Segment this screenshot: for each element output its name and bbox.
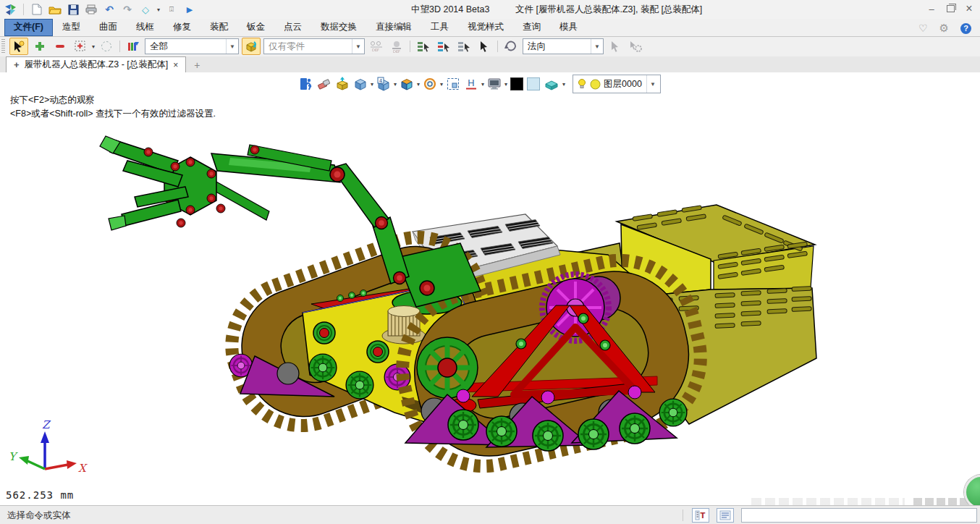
- status-input[interactable]: [741, 508, 977, 523]
- divider: [410, 41, 410, 52]
- status-message: 选择命令或实体: [0, 510, 71, 522]
- coordinate-triad: Z X Y: [9, 418, 88, 475]
- close-button[interactable]: ×: [960, 2, 979, 15]
- quick-access-toolbar: ↶ ↷ ◇ ▾ ⍗ ▶: [0, 3, 196, 16]
- pick-from-list-icon[interactable]: [435, 38, 452, 54]
- pick-last-icon: DEF: [368, 38, 385, 54]
- reorient-icon[interactable]: [502, 38, 520, 54]
- tab-visual-style[interactable]: 视觉样式: [458, 19, 513, 36]
- pick-def-icon: DEF: [388, 38, 405, 54]
- tab-assembly[interactable]: 装配: [200, 19, 237, 36]
- print-icon[interactable]: [85, 3, 98, 16]
- restore-button[interactable]: [941, 2, 960, 15]
- redo-icon[interactable]: ↷: [121, 3, 134, 16]
- zw3d-window: ↶ ↷ ◇ ▾ ⍗ ▶ 中望3D 2014 Beta3 文件 [履带机器人总装配…: [0, 0, 980, 524]
- marquee-pick-icon[interactable]: [72, 38, 89, 54]
- orientation-value: 法向: [528, 41, 546, 53]
- view-target-caret-icon[interactable]: ▾: [157, 7, 160, 13]
- axle-cap: [367, 341, 389, 363]
- toolbar-grip[interactable]: [1, 39, 5, 54]
- app-title: 中望3D 2014 Beta3: [411, 4, 489, 16]
- coordinate-readout: 562.253 mm: [6, 489, 74, 501]
- new-tab-plus-icon[interactable]: +: [194, 59, 200, 71]
- svg-text:DEF: DEF: [393, 49, 400, 54]
- tab-mold[interactable]: 模具: [550, 19, 587, 36]
- tab-inquire[interactable]: 查询: [513, 19, 550, 36]
- svg-text:DEF: DEF: [372, 48, 379, 52]
- title-bar: ↶ ↷ ◇ ▾ ⍗ ▶ 中望3D 2014 Beta3 文件 [履带机器人总装配…: [0, 0, 980, 19]
- output-doc-icon[interactable]: [717, 508, 734, 523]
- triad-x-label: X: [78, 462, 88, 475]
- cursor-plain-icon: [607, 38, 624, 54]
- divider: [683, 510, 683, 521]
- view-target-icon[interactable]: ◇: [139, 3, 152, 16]
- filter-toolbar: ▾ 全部 ▼ 仅有零件 ▼ DEF DEF: [0, 36, 980, 56]
- cursor-gear-icon: [627, 38, 644, 54]
- status-bar: 选择命令或实体 T: [0, 505, 980, 524]
- orientation-caret-icon[interactable]: ▼: [591, 39, 603, 54]
- divider: [23, 4, 24, 15]
- lasso-pick-icon[interactable]: [98, 38, 115, 54]
- divider: [497, 41, 498, 52]
- axle-cap: [313, 322, 335, 344]
- divider: [119, 41, 120, 52]
- new-file-icon[interactable]: [30, 3, 43, 16]
- orientation-combobox[interactable]: 法向 ▼: [523, 38, 604, 54]
- undo-icon[interactable]: ↶: [103, 3, 116, 16]
- tab-tools[interactable]: 工具: [421, 19, 458, 36]
- triad-z-label: Z: [42, 418, 51, 431]
- start-play-icon[interactable]: ▶: [183, 3, 196, 16]
- ribbon-tab-bar: 文件(F) 造型 曲面 线框 修复 装配 钣金 点云 数据交换 直接编辑 工具 …: [0, 19, 980, 37]
- pick-chain-icon[interactable]: [455, 38, 473, 54]
- save-icon[interactable]: [67, 3, 80, 16]
- tab-data-exchange[interactable]: 数据交换: [311, 19, 366, 36]
- document-tab-label: 履带机器人总装配体.Z3 - [总装配体]: [25, 59, 169, 71]
- filter-list-icon[interactable]: T: [692, 508, 709, 523]
- document-info-title: 文件 [履带机器人总装配体.Z3], 装配 [总装配体]: [515, 4, 702, 16]
- gripper: [100, 136, 269, 230]
- minimize-button[interactable]: –: [922, 2, 941, 15]
- marquee-pick-caret-icon[interactable]: ▾: [92, 43, 95, 50]
- tab-surface[interactable]: 曲面: [90, 19, 127, 36]
- tab-wireframe[interactable]: 线框: [127, 19, 164, 36]
- settings-gear-icon[interactable]: ⚙: [939, 22, 949, 35]
- cursor-icon[interactable]: [476, 38, 493, 54]
- tab-repair[interactable]: 修复: [164, 19, 200, 36]
- svg-text:T: T: [701, 512, 706, 520]
- color-filter-icon[interactable]: [124, 38, 142, 54]
- pick-scope-caret-icon[interactable]: ▼: [352, 39, 364, 54]
- new-document-tab[interactable]: +: [186, 58, 208, 72]
- tab-close-icon[interactable]: ×: [173, 60, 178, 70]
- iso-view-pick-icon[interactable]: [242, 38, 261, 55]
- document-tab-active[interactable]: + 履带机器人总装配体.Z3 - [总装配体] ×: [6, 56, 186, 72]
- add-green-icon[interactable]: [31, 38, 48, 54]
- sprocket-wheel: [417, 337, 478, 398]
- filter-all-caret-icon[interactable]: ▼: [226, 39, 238, 54]
- pick-scope-value: 仅有零件: [269, 41, 305, 53]
- remove-red-icon[interactable]: [51, 38, 69, 54]
- app-logo-icon[interactable]: [4, 3, 17, 16]
- tab-file[interactable]: 文件(F): [4, 19, 53, 36]
- tab-shape[interactable]: 造型: [53, 19, 90, 36]
- tab-direct-edit[interactable]: 直接编辑: [366, 19, 421, 36]
- toolbar-options-icon[interactable]: ⍗: [165, 3, 178, 16]
- model-tracked-robot[interactable]: Z X Y: [0, 72, 980, 505]
- filter-all-combobox[interactable]: 全部 ▼: [145, 38, 239, 54]
- tab-sheetmetal[interactable]: 钣金: [237, 19, 274, 36]
- select-arrow-icon[interactable]: [9, 38, 28, 55]
- tab-add-icon[interactable]: +: [14, 59, 20, 70]
- watermark: [751, 498, 905, 505]
- filter-all-value: 全部: [150, 41, 168, 53]
- pick-scope-combobox[interactable]: 仅有零件 ▼: [263, 38, 365, 54]
- tab-pointcloud[interactable]: 点云: [274, 19, 311, 36]
- document-tab-bar: + 履带机器人总装配体.Z3 - [总装配体] × +: [0, 56, 980, 73]
- window-controls: – ×: [922, 2, 979, 15]
- triad-y-label: Y: [9, 450, 18, 463]
- help-icon[interactable]: ?: [960, 23, 971, 34]
- pick-list-icon[interactable]: [415, 38, 432, 54]
- favorite-heart-icon[interactable]: ♡: [918, 22, 928, 34]
- open-file-icon[interactable]: [48, 3, 62, 16]
